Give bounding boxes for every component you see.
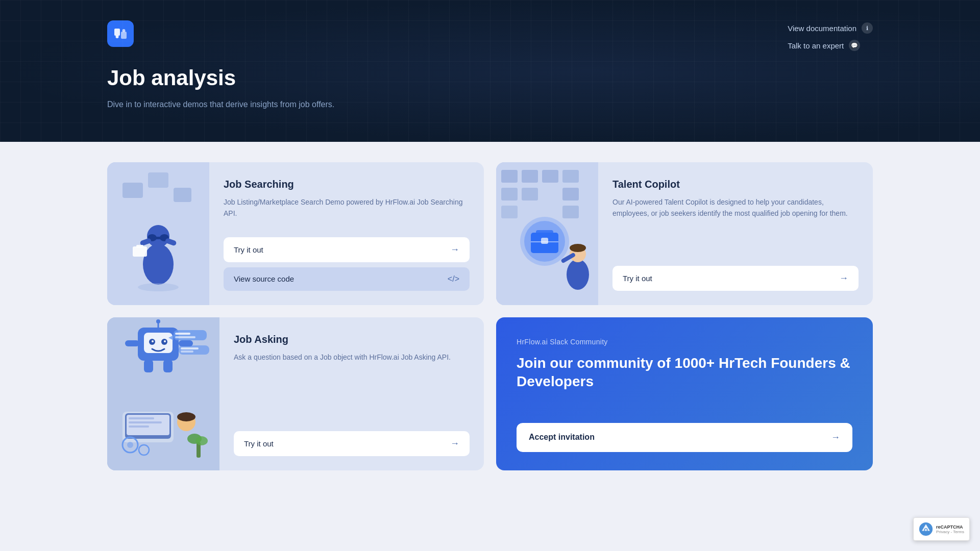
page-subtitle: Dive in to interactive demos that derive… — [107, 98, 352, 111]
svg-rect-6 — [148, 172, 168, 188]
svg-rect-40 — [144, 333, 173, 353]
svg-rect-53 — [181, 350, 193, 353]
svg-rect-27 — [562, 206, 579, 218]
main-content: Job Searching Job Listing/Marketplace Se… — [0, 142, 980, 501]
recaptcha-badge: reCAPTCHA Privacy - Terms — [913, 517, 970, 541]
arrow-right-icon: → — [450, 244, 459, 255]
arrow-right-icon: → — [839, 273, 848, 284]
talent-copilot-buttons: Try it out → — [612, 266, 859, 291]
svg-point-46 — [156, 319, 160, 323]
talent-copilot-description: Our AI-powered Talent Copilot is designe… — [612, 196, 859, 256]
svg-rect-0 — [114, 29, 120, 36]
svg-rect-7 — [174, 188, 191, 202]
hero-top: View documentation ℹ Talk to an expert 💬 — [107, 20, 873, 51]
svg-rect-54 — [125, 340, 139, 346]
expert-link[interactable]: Talk to an expert 💬 — [788, 40, 873, 51]
job-searching-card: Job Searching Job Listing/Marketplace Se… — [107, 162, 484, 305]
svg-rect-56 — [144, 360, 153, 372]
code-icon: </> — [448, 274, 459, 284]
card-inner: Job Asking Ask a question based on a Job… — [107, 317, 484, 470]
recaptcha-text: reCAPTCHA — [936, 524, 964, 530]
svg-rect-33 — [541, 238, 548, 244]
svg-rect-61 — [129, 417, 154, 419]
svg-rect-47 — [174, 330, 207, 340]
accept-invitation-button[interactable]: Accept invitation → — [517, 423, 852, 452]
svg-rect-51 — [179, 345, 209, 355]
svg-point-2 — [116, 35, 119, 38]
svg-rect-5 — [122, 183, 143, 198]
job-asking-card: Job Asking Ask a question based on a Job… — [107, 317, 484, 470]
job-searching-source-button[interactable]: View source code </> — [224, 267, 470, 291]
svg-rect-19 — [501, 170, 518, 183]
expert-label: Talk to an expert — [788, 41, 844, 50]
svg-rect-55 — [179, 340, 193, 346]
job-asking-description: Ask a question based on a Job object wit… — [234, 352, 470, 421]
svg-rect-23 — [501, 188, 518, 201]
job-searching-illustration — [107, 162, 209, 305]
card-inner: Job Searching Job Listing/Marketplace Se… — [107, 162, 484, 305]
hero-section: View documentation ℹ Talk to an expert 💬… — [0, 0, 980, 142]
talent-copilot-title: Talent Copilot — [612, 179, 859, 190]
talent-copilot-try-button[interactable]: Try it out → — [612, 266, 859, 291]
svg-point-43 — [152, 340, 154, 342]
job-searching-description: Job Listing/Marketplace Search Demo powe… — [224, 196, 470, 227]
job-asking-buttons: Try it out → — [234, 431, 470, 456]
svg-rect-57 — [163, 360, 173, 372]
svg-rect-1 — [121, 32, 127, 39]
job-searching-buttons: Try it out → View source code </> — [224, 237, 470, 291]
hero-nav: View documentation ℹ Talk to an expert 💬 — [788, 22, 873, 51]
arrow-right-icon: → — [450, 438, 459, 449]
app-logo — [107, 20, 134, 47]
svg-rect-21 — [542, 170, 558, 183]
svg-rect-52 — [181, 347, 199, 349]
svg-point-44 — [164, 340, 166, 342]
svg-rect-20 — [522, 170, 538, 183]
svg-rect-63 — [129, 425, 149, 428]
svg-point-3 — [122, 29, 126, 32]
svg-rect-16 — [136, 245, 143, 248]
page-title: Job analysis — [107, 66, 873, 90]
slack-community-card: HrFlow.ai Slack Community Join our commu… — [496, 317, 873, 470]
svg-point-74 — [925, 529, 927, 531]
job-asking-title: Job Asking — [234, 334, 470, 345]
job-searching-content: Job Searching Job Listing/Marketplace Se… — [209, 162, 484, 305]
talent-copilot-content: Talent Copilot Our AI-powered Talent Cop… — [598, 162, 873, 305]
svg-point-36 — [570, 244, 586, 252]
job-searching-title: Job Searching — [224, 179, 470, 190]
svg-point-65 — [177, 412, 195, 421]
docs-label: View documentation — [788, 24, 856, 33]
svg-point-67 — [127, 442, 133, 448]
svg-point-71 — [195, 436, 208, 445]
talent-copilot-card: Talent Copilot Our AI-powered Talent Cop… — [496, 162, 873, 305]
svg-rect-31 — [536, 230, 553, 236]
slack-headline: Join our community of 1000+ HrTech Found… — [517, 354, 852, 391]
svg-rect-25 — [562, 188, 579, 201]
info-icon: ℹ — [862, 22, 873, 34]
svg-rect-22 — [562, 170, 579, 183]
svg-rect-24 — [522, 188, 538, 201]
talent-copilot-illustration — [496, 162, 598, 305]
svg-rect-48 — [175, 333, 190, 335]
arrow-right-icon: → — [831, 432, 840, 443]
slack-community-label: HrFlow.ai Slack Community — [517, 338, 852, 346]
job-asking-content: Job Asking Ask a question based on a Job… — [219, 317, 484, 470]
svg-point-8 — [143, 244, 174, 285]
svg-rect-49 — [175, 336, 195, 338]
svg-rect-12 — [155, 237, 161, 239]
chat-icon: 💬 — [849, 40, 860, 51]
docs-link[interactable]: View documentation ℹ — [788, 22, 873, 34]
job-asking-illustration — [107, 317, 219, 470]
svg-point-34 — [567, 259, 589, 290]
svg-point-17 — [138, 283, 179, 291]
recaptcha-subtext: Privacy - Terms — [936, 530, 964, 534]
svg-rect-62 — [129, 421, 162, 423]
cards-grid: Job Searching Job Listing/Marketplace Se… — [107, 162, 873, 470]
job-asking-try-button[interactable]: Try it out → — [234, 431, 470, 456]
job-searching-try-button[interactable]: Try it out → — [224, 237, 470, 262]
svg-rect-26 — [501, 206, 518, 218]
slack-top: HrFlow.ai Slack Community Join our commu… — [517, 338, 852, 412]
recaptcha-logo-icon — [919, 522, 933, 536]
card-inner: Talent Copilot Our AI-powered Talent Cop… — [496, 162, 873, 305]
